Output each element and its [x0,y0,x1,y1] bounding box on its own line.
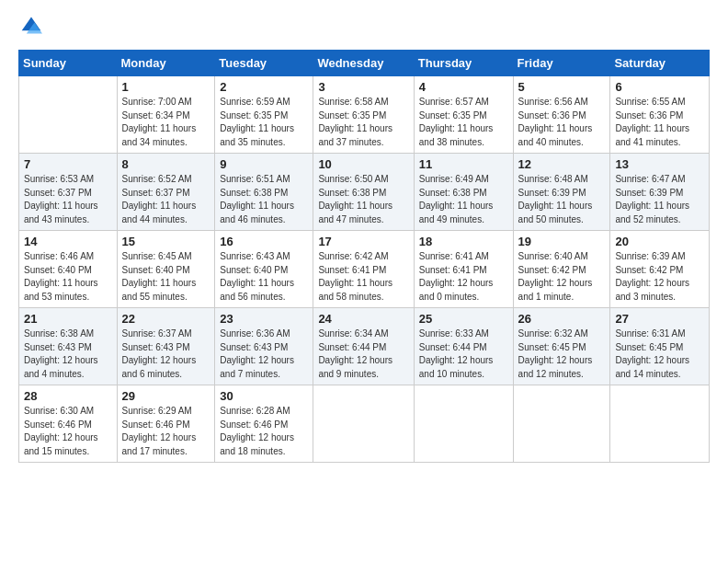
day-number: 5 [518,80,606,94]
calendar-cell [513,385,610,463]
calendar-cell: 12Sunrise: 6:48 AMSunset: 6:39 PMDayligh… [513,154,610,231]
day-number: 8 [122,157,210,171]
day-number: 27 [615,312,704,326]
day-info: Sunrise: 6:59 AMSunset: 6:35 PMDaylight:… [220,96,308,149]
day-number: 10 [318,157,408,171]
calendar-cell: 18Sunrise: 6:41 AMSunset: 6:41 PMDayligh… [414,231,513,308]
calendar-cell: 10Sunrise: 6:50 AMSunset: 6:38 PMDayligh… [313,154,414,231]
weekday-header-friday: Friday [513,51,610,76]
calendar-cell: 16Sunrise: 6:43 AMSunset: 6:40 PMDayligh… [215,231,313,308]
day-info: Sunrise: 6:34 AMSunset: 6:44 PMDaylight:… [318,327,408,381]
day-number: 16 [220,235,308,248]
calendar-cell: 25Sunrise: 6:33 AMSunset: 6:44 PMDayligh… [414,308,513,385]
calendar-cell: 14Sunrise: 6:46 AMSunset: 6:40 PMDayligh… [19,231,118,308]
header [18,15,710,40]
weekday-header-tuesday: Tuesday [215,51,313,76]
day-info: Sunrise: 6:56 AMSunset: 6:36 PMDaylight:… [518,96,606,149]
day-info: Sunrise: 6:52 AMSunset: 6:37 PMDaylight:… [122,173,210,226]
day-number: 29 [122,389,210,403]
day-info: Sunrise: 6:50 AMSunset: 6:38 PMDaylight:… [318,173,408,226]
day-info: Sunrise: 6:30 AMSunset: 6:46 PMDaylight:… [24,405,112,458]
calendar-cell: 9Sunrise: 6:51 AMSunset: 6:38 PMDaylight… [215,154,313,231]
day-info: Sunrise: 6:37 AMSunset: 6:43 PMDaylight:… [122,327,210,381]
calendar-week-row: 7Sunrise: 6:53 AMSunset: 6:37 PMDaylight… [19,154,710,231]
day-info: Sunrise: 6:43 AMSunset: 6:40 PMDaylight:… [220,250,308,304]
day-number: 1 [122,80,210,94]
day-info: Sunrise: 7:00 AMSunset: 6:34 PMDaylight:… [122,96,210,149]
day-info: Sunrise: 6:55 AMSunset: 6:36 PMDaylight:… [615,96,704,149]
calendar-header-row: SundayMondayTuesdayWednesdayThursdayFrid… [19,51,710,76]
day-info: Sunrise: 6:58 AMSunset: 6:35 PMDaylight:… [318,96,408,149]
calendar-cell: 28Sunrise: 6:30 AMSunset: 6:46 PMDayligh… [19,385,118,463]
day-info: Sunrise: 6:51 AMSunset: 6:38 PMDaylight:… [220,173,308,226]
day-number: 6 [615,80,704,94]
calendar-cell: 2Sunrise: 6:59 AMSunset: 6:35 PMDaylight… [215,76,313,154]
day-number: 25 [419,312,508,326]
day-info: Sunrise: 6:39 AMSunset: 6:42 PMDaylight:… [615,250,704,304]
calendar-cell: 17Sunrise: 6:42 AMSunset: 6:41 PMDayligh… [313,231,414,308]
day-info: Sunrise: 6:57 AMSunset: 6:35 PMDaylight:… [419,96,508,149]
calendar-cell: 19Sunrise: 6:40 AMSunset: 6:42 PMDayligh… [513,231,610,308]
day-info: Sunrise: 6:42 AMSunset: 6:41 PMDaylight:… [318,250,408,304]
day-info: Sunrise: 6:53 AMSunset: 6:37 PMDaylight:… [24,173,112,226]
day-number: 15 [122,235,210,248]
logo-icon [20,15,42,37]
calendar-cell: 11Sunrise: 6:49 AMSunset: 6:38 PMDayligh… [414,154,513,231]
calendar-cell: 6Sunrise: 6:55 AMSunset: 6:36 PMDaylight… [610,76,710,154]
day-number: 17 [318,235,408,248]
calendar-cell [414,385,513,463]
day-info: Sunrise: 6:33 AMSunset: 6:44 PMDaylight:… [419,327,508,381]
day-number: 7 [24,157,112,171]
calendar-cell: 23Sunrise: 6:36 AMSunset: 6:43 PMDayligh… [215,308,313,385]
calendar-cell: 21Sunrise: 6:38 AMSunset: 6:43 PMDayligh… [19,308,118,385]
day-info: Sunrise: 6:31 AMSunset: 6:45 PMDaylight:… [615,327,704,381]
day-number: 12 [518,157,606,171]
weekday-header-thursday: Thursday [414,51,513,76]
day-info: Sunrise: 6:49 AMSunset: 6:38 PMDaylight:… [419,173,508,226]
day-info: Sunrise: 6:40 AMSunset: 6:42 PMDaylight:… [518,250,606,304]
calendar-week-row: 21Sunrise: 6:38 AMSunset: 6:43 PMDayligh… [19,308,710,385]
calendar-cell: 15Sunrise: 6:45 AMSunset: 6:40 PMDayligh… [117,231,215,308]
calendar-cell: 4Sunrise: 6:57 AMSunset: 6:35 PMDaylight… [414,76,513,154]
day-number: 20 [615,235,704,248]
day-info: Sunrise: 6:45 AMSunset: 6:40 PMDaylight:… [122,250,210,304]
day-number: 21 [24,312,112,326]
day-number: 22 [122,312,210,326]
day-number: 2 [220,80,308,94]
calendar-cell: 1Sunrise: 7:00 AMSunset: 6:34 PMDaylight… [117,76,215,154]
calendar-cell: 27Sunrise: 6:31 AMSunset: 6:45 PMDayligh… [610,308,710,385]
calendar-table: SundayMondayTuesdayWednesdayThursdayFrid… [18,50,710,463]
day-info: Sunrise: 6:28 AMSunset: 6:46 PMDaylight:… [220,405,308,458]
day-number: 28 [24,389,112,403]
day-number: 18 [419,235,508,248]
day-number: 3 [318,80,408,94]
calendar-cell: 7Sunrise: 6:53 AMSunset: 6:37 PMDaylight… [19,154,118,231]
day-info: Sunrise: 6:29 AMSunset: 6:46 PMDaylight:… [122,405,210,458]
calendar-cell: 30Sunrise: 6:28 AMSunset: 6:46 PMDayligh… [215,385,313,463]
calendar-cell [610,385,710,463]
calendar-cell: 29Sunrise: 6:29 AMSunset: 6:46 PMDayligh… [117,385,215,463]
page: SundayMondayTuesdayWednesdayThursdayFrid… [0,0,728,477]
day-info: Sunrise: 6:47 AMSunset: 6:39 PMDaylight:… [615,173,704,226]
day-number: 9 [220,157,308,171]
day-number: 23 [220,312,308,326]
day-info: Sunrise: 6:32 AMSunset: 6:45 PMDaylight:… [518,327,606,381]
day-number: 4 [419,80,508,94]
day-number: 11 [419,157,508,171]
logo [18,15,44,40]
calendar-cell: 8Sunrise: 6:52 AMSunset: 6:37 PMDaylight… [117,154,215,231]
day-number: 19 [518,235,606,248]
day-number: 24 [318,312,408,326]
day-number: 13 [615,157,704,171]
calendar-cell: 24Sunrise: 6:34 AMSunset: 6:44 PMDayligh… [313,308,414,385]
day-info: Sunrise: 6:46 AMSunset: 6:40 PMDaylight:… [24,250,112,304]
day-info: Sunrise: 6:41 AMSunset: 6:41 PMDaylight:… [419,250,508,304]
calendar-week-row: 1Sunrise: 7:00 AMSunset: 6:34 PMDaylight… [19,76,710,154]
day-number: 30 [220,389,308,403]
weekday-header-monday: Monday [117,51,215,76]
day-info: Sunrise: 6:38 AMSunset: 6:43 PMDaylight:… [24,327,112,381]
calendar-cell [313,385,414,463]
calendar-cell: 3Sunrise: 6:58 AMSunset: 6:35 PMDaylight… [313,76,414,154]
calendar-week-row: 28Sunrise: 6:30 AMSunset: 6:46 PMDayligh… [19,385,710,463]
day-number: 14 [24,235,112,248]
